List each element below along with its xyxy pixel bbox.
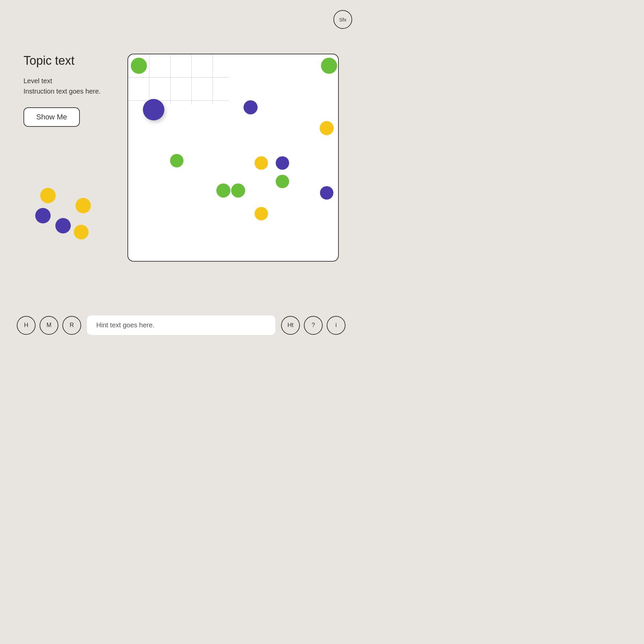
scatter-dot (74, 225, 89, 239)
m-button[interactable]: M (40, 316, 58, 335)
scatter-dot (55, 218, 71, 233)
hint-text-box: Hint text goes here. (87, 315, 276, 335)
left-controls: HMR (17, 316, 81, 335)
right-controls: Ht?i (281, 316, 345, 335)
grid-dot[interactable] (170, 154, 183, 167)
grid-dot[interactable] (276, 175, 289, 188)
grid-dot[interactable] (320, 121, 334, 135)
scatter-dot (40, 188, 56, 203)
grid-dot[interactable] (216, 183, 230, 198)
grid-dot[interactable] (131, 58, 147, 74)
ht-button[interactable]: Ht (281, 316, 300, 335)
info-button[interactable]: i (327, 316, 345, 335)
topic-text: Topic text (23, 54, 138, 68)
grid-dot[interactable] (255, 207, 268, 220)
instruction-text: Instruction text goes here. (23, 88, 138, 95)
sfx-button[interactable]: Sfx (333, 10, 352, 29)
scatter-dots-area (17, 178, 111, 245)
grid-dot[interactable] (321, 58, 337, 74)
scatter-dot (75, 198, 91, 213)
scatter-dot (35, 208, 51, 223)
left-panel: Topic text Level text Instruction text g… (23, 54, 138, 127)
bottom-bar: HMR Hint text goes here. Ht?i (17, 315, 345, 335)
grid-dot[interactable] (231, 183, 245, 198)
game-grid[interactable] (127, 54, 339, 262)
level-text: Level text (23, 77, 138, 85)
grid-dot[interactable] (143, 99, 164, 120)
grid-dot[interactable] (244, 100, 258, 114)
r-button[interactable]: R (62, 316, 81, 335)
question-button[interactable]: ? (304, 316, 323, 335)
show-me-button[interactable]: Show Me (23, 107, 80, 127)
grid-dot[interactable] (255, 156, 268, 170)
grid-dot[interactable] (320, 186, 333, 200)
h-button[interactable]: H (17, 316, 36, 335)
grid-dot[interactable] (276, 156, 289, 170)
